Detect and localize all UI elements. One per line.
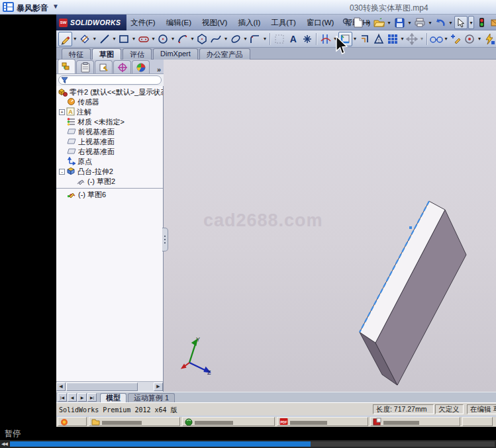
tree-item-front-plane[interactable]: 前视基准面 bbox=[56, 127, 163, 137]
repair-sketch-button[interactable] bbox=[463, 32, 477, 46]
new-document-button[interactable] bbox=[352, 16, 365, 29]
tree-item-annotations[interactable]: + A 注解 bbox=[56, 107, 163, 117]
taskbar-button[interactable] bbox=[370, 417, 460, 426]
player-menu-dropdown-icon[interactable]: ▼ bbox=[52, 3, 59, 10]
display-delete-relations-button[interactable] bbox=[429, 32, 443, 46]
sketch-fillet-button[interactable] bbox=[248, 32, 262, 46]
dropdown-icon[interactable]: ▾ bbox=[419, 32, 425, 46]
dropdown-icon[interactable]: ▾ bbox=[170, 32, 176, 46]
open-button[interactable] bbox=[372, 16, 385, 29]
tab-propertymanager[interactable] bbox=[76, 60, 94, 73]
progress-track[interactable] bbox=[10, 441, 495, 447]
expander-icon[interactable]: - bbox=[59, 169, 65, 175]
undo-button[interactable] bbox=[434, 16, 447, 29]
tree-item-top-plane[interactable]: 上视基准面 bbox=[56, 137, 163, 147]
scroll-right-icon[interactable]: ▶ bbox=[154, 382, 163, 391]
line-button[interactable] bbox=[97, 32, 111, 46]
tree-horizontal-scrollbar[interactable]: ◀ ▶ bbox=[56, 381, 163, 391]
sketch-picture-button[interactable] bbox=[272, 32, 286, 46]
dropdown-icon[interactable]: ▾ bbox=[448, 16, 454, 29]
polygon-button[interactable] bbox=[195, 32, 209, 46]
spline-button[interactable] bbox=[209, 32, 223, 46]
move-entities-button[interactable] bbox=[405, 32, 419, 46]
mirror-entities-button[interactable] bbox=[372, 32, 385, 46]
taskbar-button[interactable] bbox=[462, 417, 493, 426]
menu-view[interactable]: 视图(V) bbox=[202, 18, 227, 28]
dropdown-icon[interactable]: ▾ bbox=[399, 32, 405, 46]
save-button[interactable] bbox=[393, 16, 406, 29]
panel-more-icon[interactable]: » bbox=[157, 66, 161, 73]
tab-evaluate[interactable]: 评估 bbox=[123, 48, 152, 60]
trim-entities-button[interactable] bbox=[319, 32, 332, 46]
rectangle-button[interactable] bbox=[117, 32, 131, 46]
dropdown-icon[interactable]: ▾ bbox=[189, 32, 195, 46]
tab-featuremanager[interactable] bbox=[58, 59, 75, 73]
dropdown-icon[interactable]: ▾ bbox=[427, 16, 433, 29]
taskbar-button[interactable]: PDF bbox=[277, 417, 368, 426]
tab-features[interactable]: 特征 bbox=[62, 48, 91, 60]
point-button[interactable] bbox=[300, 32, 314, 46]
tree-item-right-plane[interactable]: 右视基准面 bbox=[56, 147, 163, 157]
tab-dimxpert[interactable]: DimXpert bbox=[153, 48, 198, 60]
add-relation-button[interactable] bbox=[449, 32, 463, 46]
tab-nav-last-icon[interactable]: ▶| bbox=[87, 393, 97, 402]
dropdown-icon[interactable]: ▾ bbox=[443, 32, 449, 46]
taskbar-button[interactable] bbox=[182, 417, 275, 426]
offset-entities-button[interactable] bbox=[358, 32, 372, 46]
tab-motion-study[interactable]: 运动算例 1 bbox=[128, 393, 175, 402]
tab-sketch[interactable]: 草图 bbox=[92, 48, 121, 60]
tree-item-sketch6-editing[interactable]: (-) 草图6 bbox=[56, 190, 163, 200]
menu-insert[interactable]: 插入(I) bbox=[238, 18, 260, 28]
rebuild-traffic-light-icon[interactable] bbox=[475, 16, 488, 29]
dropdown-icon[interactable]: ▾ bbox=[72, 32, 78, 46]
tree-item-sketch2[interactable]: (-) 草图2 bbox=[56, 177, 163, 187]
dropdown-icon[interactable]: ▾ bbox=[407, 16, 413, 29]
smart-dimension-button[interactable] bbox=[78, 32, 92, 46]
sketch-button[interactable] bbox=[58, 32, 72, 46]
tab-nav-next-icon[interactable]: ▶ bbox=[77, 393, 87, 402]
menu-window[interactable]: 窗口(W) bbox=[307, 18, 334, 28]
slot-button[interactable] bbox=[136, 32, 150, 46]
arc-button[interactable] bbox=[175, 32, 189, 46]
dropdown-icon[interactable]: ▾ bbox=[92, 32, 98, 46]
tree-filter-input[interactable] bbox=[58, 75, 162, 85]
dropdown-icon[interactable]: ▾ bbox=[242, 32, 248, 46]
circle-button[interactable] bbox=[156, 32, 170, 46]
dropdown-icon[interactable]: ▾ bbox=[477, 32, 483, 46]
panel-splitter-handle[interactable] bbox=[162, 228, 168, 251]
tab-dimxpertmanager[interactable] bbox=[113, 60, 131, 73]
scroll-left-icon[interactable]: ◀ bbox=[56, 382, 66, 391]
dropdown-icon[interactable]: ▾ bbox=[223, 32, 229, 46]
tree-item-sensors[interactable]: 传感器 bbox=[56, 97, 163, 107]
tab-nav-prev-icon[interactable]: ◀ bbox=[68, 393, 77, 402]
tab-nav-first-icon[interactable]: |◀ bbox=[58, 393, 67, 402]
dropdown-icon[interactable]: ▾ bbox=[131, 32, 137, 46]
tree-item-boss-extrude[interactable]: - 凸台-拉伸2 bbox=[56, 167, 163, 177]
search-icon[interactable] bbox=[342, 18, 351, 28]
tab-configurationmanager[interactable] bbox=[95, 60, 113, 73]
taskbar-button[interactable] bbox=[89, 417, 180, 426]
dropdown-icon[interactable]: ▾ bbox=[366, 16, 372, 29]
print-button[interactable] bbox=[413, 16, 426, 29]
taskbar-button[interactable] bbox=[58, 417, 87, 426]
dropdown-icon[interactable]: ▾ bbox=[262, 32, 268, 46]
mail-icon[interactable] bbox=[489, 16, 496, 29]
tree-item-material[interactable]: 材质 <未指定> bbox=[56, 117, 163, 127]
tab-office-products[interactable]: 办公室产品 bbox=[199, 48, 250, 60]
menu-edit[interactable]: 编辑(E) bbox=[166, 18, 191, 28]
dropdown-icon[interactable]: ▾ bbox=[111, 32, 117, 46]
tree-item-part[interactable]: 零件2 (默认<<默认>_显示状态 bbox=[56, 87, 163, 97]
select-button[interactable] bbox=[454, 16, 468, 29]
ellipse-button[interactable] bbox=[228, 32, 242, 46]
dropdown-icon[interactable]: ▾ bbox=[386, 16, 392, 29]
dropdown-icon[interactable]: ▾ bbox=[352, 32, 358, 46]
expander-icon[interactable]: + bbox=[59, 109, 65, 115]
dropdown-icon[interactable]: ▾ bbox=[468, 16, 474, 29]
dropdown-icon[interactable]: ▾ bbox=[150, 32, 156, 46]
tab-displaymanager[interactable] bbox=[132, 60, 150, 73]
text-button[interactable]: A bbox=[286, 32, 300, 46]
film-icon[interactable] bbox=[3, 2, 14, 13]
player-app-name[interactable]: 暴风影音 bbox=[17, 3, 48, 14]
graphics-viewport[interactable]: cad2688.com bbox=[164, 60, 496, 392]
linear-sketch-pattern-button[interactable] bbox=[385, 32, 399, 46]
